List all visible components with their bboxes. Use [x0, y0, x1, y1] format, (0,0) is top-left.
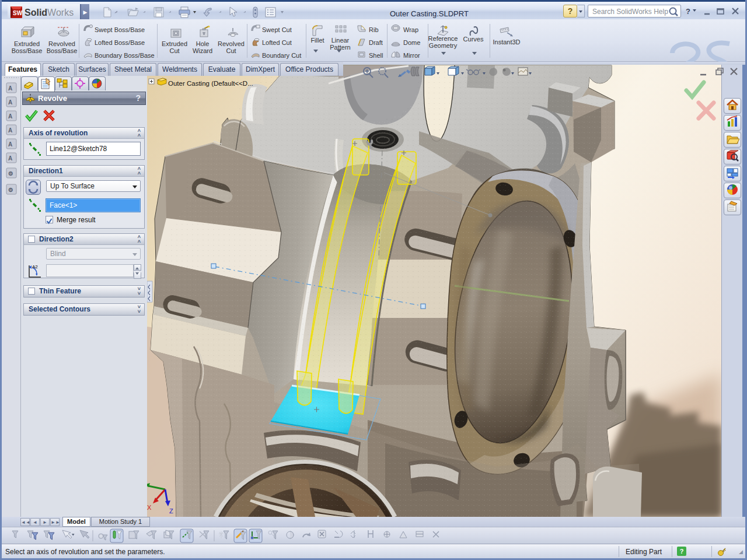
svg-text:⚙: ⚙ [8, 170, 13, 177]
svg-text:Outer Casting (Default<<D...: Outer Casting (Default<<D... [168, 80, 253, 87]
svg-text:SW: SW [13, 10, 23, 16]
svg-text:A: A [8, 113, 12, 120]
svg-text:A2: A2 [32, 264, 38, 270]
svg-text:Z: Z [169, 508, 173, 514]
svg-text:A: A [8, 141, 12, 148]
svg-text:A: A [8, 155, 12, 162]
svg-text:A: A [8, 99, 12, 106]
svg-text:X: X [147, 504, 152, 511]
svg-text:⚙: ⚙ [8, 187, 13, 193]
svg-text:A: A [8, 85, 12, 92]
svg-text:A: A [8, 127, 12, 134]
svg-text:SolidWorks: SolidWorks [25, 8, 74, 18]
